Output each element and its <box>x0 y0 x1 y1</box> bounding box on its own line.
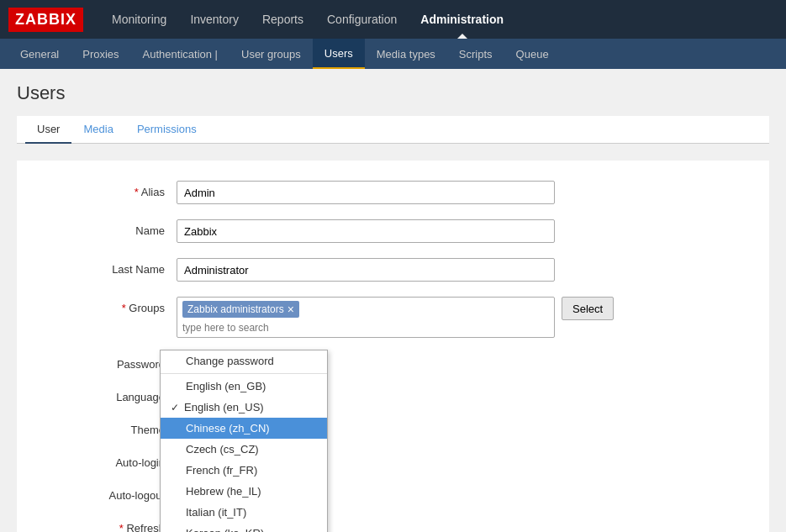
dropdown-item-it-it[interactable]: Italian (it_IT) <box>161 502 327 523</box>
nav-item-monitoring[interactable]: Monitoring <box>100 0 178 39</box>
logo[interactable]: ZABBIX <box>8 8 83 32</box>
group-tag-remove[interactable]: × <box>287 303 294 316</box>
password-label: Password <box>34 353 177 371</box>
tabs: User Media Permissions <box>17 116 769 144</box>
group-tag-label: Zabbix administrators <box>187 303 284 315</box>
page-title: Users <box>17 82 769 104</box>
dropdown-item-cs-cz[interactable]: Czech (cs_CZ) <box>161 439 327 460</box>
groups-label: Groups <box>34 297 177 314</box>
dropdown-item-he-il[interactable]: Hebrew (he_IL) <box>161 481 327 502</box>
tab-permissions[interactable]: Permissions <box>125 116 208 144</box>
dropdown-item-ko-kr[interactable]: Korean (ko_KR) <box>161 523 327 532</box>
name-row: Name <box>17 216 769 246</box>
groups-field[interactable]: Zabbix administrators × <box>177 297 555 338</box>
autologin-row: Auto-login <box>17 448 769 472</box>
language-label: Language <box>34 386 177 403</box>
autologout-label: Auto-logout <box>34 484 177 502</box>
sub-nav-item-authentication[interactable]: Authentication | <box>131 39 229 69</box>
nav-item-reports[interactable]: Reports <box>251 0 315 39</box>
groups-tags: Zabbix administrators × <box>182 301 549 318</box>
groups-row: Groups Zabbix administrators × Select <box>17 293 769 341</box>
name-input[interactable] <box>177 219 555 243</box>
nav-item-configuration[interactable]: Configuration <box>315 0 409 39</box>
lastname-label: Last Name <box>34 258 177 276</box>
group-tag: Zabbix administrators × <box>182 301 299 318</box>
nav-item-inventory[interactable]: Inventory <box>178 0 251 39</box>
password-row: Password Change password English (en_GB)… <box>17 350 769 374</box>
autologin-label: Auto-login <box>34 451 177 469</box>
groups-search-input[interactable] <box>182 322 309 334</box>
theme-row: Theme <box>17 415 769 440</box>
dropdown-item-zh-cn[interactable]: Chinese (zh_CN) <box>161 418 327 439</box>
dropdown-item-en-gb[interactable]: English (en_GB) <box>161 376 327 397</box>
page-content: Users User Media Permissions Alias Name … <box>0 69 786 532</box>
nav-item-administration[interactable]: Administration <box>409 0 515 39</box>
autologout-row: Auto-logout <box>17 481 769 505</box>
top-nav: ZABBIX Monitoring Inventory Reports Conf… <box>0 0 786 39</box>
tab-user[interactable]: User <box>25 116 71 144</box>
alias-label: Alias <box>34 181 177 198</box>
form-container: Alias Name Last Name Groups Zabbix admin… <box>17 161 769 532</box>
lastname-row: Last Name <box>17 255 769 285</box>
sub-nav-item-general[interactable]: General <box>8 39 71 69</box>
language-dropdown: Change password English (en_GB) English … <box>160 350 328 532</box>
lastname-input[interactable] <box>177 258 555 282</box>
sub-nav-item-queue[interactable]: Queue <box>504 39 561 69</box>
alias-row: Alias <box>17 177 769 208</box>
sub-nav-item-scripts[interactable]: Scripts <box>447 39 504 69</box>
sub-nav-item-usergroups[interactable]: User groups <box>229 39 313 69</box>
dropdown-separator <box>161 373 327 374</box>
sub-nav: General Proxies Authentication | User gr… <box>0 39 786 69</box>
dropdown-item-en-us[interactable]: English (en_US) <box>161 397 327 418</box>
sub-nav-item-proxies[interactable]: Proxies <box>71 39 130 69</box>
dropdown-item-change-password[interactable]: Change password <box>161 350 327 371</box>
language-row: Language <box>17 382 769 407</box>
dropdown-item-fr-fr[interactable]: French (fr_FR) <box>161 460 327 481</box>
sub-nav-item-mediatypes[interactable]: Media types <box>365 39 447 69</box>
alias-input[interactable] <box>177 181 555 204</box>
select-button[interactable]: Select <box>562 297 614 320</box>
refresh-row: Refresh <box>17 514 769 532</box>
refresh-label: Refresh <box>34 517 177 532</box>
tab-media[interactable]: Media <box>71 116 124 144</box>
name-label: Name <box>34 219 177 237</box>
sub-nav-item-users[interactable]: Users <box>313 39 365 69</box>
theme-label: Theme <box>34 419 177 436</box>
